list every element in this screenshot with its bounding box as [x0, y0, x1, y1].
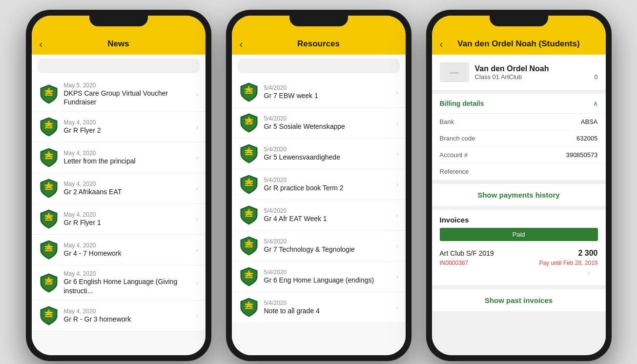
billing-account-row: Account # 390850573 — [432, 147, 606, 163]
item-date: May 4, 2020 — [64, 150, 191, 157]
chevron-right-icon: › — [396, 273, 399, 281]
item-title: Letter from the principal — [64, 157, 191, 165]
page-title: News — [107, 39, 129, 49]
list-item[interactable]: May 4, 2020Gr R Flyer 1› — [32, 204, 205, 235]
item-text: 5/4/2020Gr R practice book Term 2 — [264, 177, 391, 192]
item-text: May 4, 2020Gr 6 English Home Language (G… — [64, 270, 191, 295]
school-shield-icon — [239, 266, 259, 287]
item-date: May 4, 2020 — [64, 119, 191, 126]
svg-text:school: school — [450, 71, 458, 74]
profile-header: ‹ Van den Ordel Noah (Students) — [432, 35, 606, 55]
reference-label: Reference — [440, 168, 469, 175]
search-input[interactable] — [238, 59, 400, 73]
school-shield-icon — [239, 113, 259, 133]
item-title: Gr R - Gr 3 homework — [64, 315, 191, 324]
list-item[interactable]: May 5, 2020DKPS Care Group Virtual Vouch… — [32, 77, 205, 112]
chevron-right-icon: › — [396, 211, 399, 219]
notch — [89, 16, 148, 26]
item-date: May 4, 2020 — [64, 181, 191, 187]
list-item[interactable]: May 4, 2020Gr R Flyer 2› — [32, 112, 205, 142]
item-text: 5/4/2020Gr 7 Technology & Tegnologie — [264, 238, 391, 254]
chevron-right-icon: › — [396, 181, 399, 188]
back-button[interactable]: ‹ — [240, 39, 243, 50]
list-item[interactable]: May 4, 2020Gr R - Gr 3 homework› — [32, 301, 205, 331]
school-shield-icon — [239, 174, 259, 195]
item-text: May 4, 2020Gr R Flyer 2 — [64, 119, 191, 135]
chevron-right-icon: › — [196, 154, 199, 162]
search-input[interactable] — [38, 59, 200, 73]
show-payments-button[interactable]: Show payments history — [432, 184, 606, 206]
school-shield-icon — [39, 305, 59, 326]
list-item[interactable]: May 4, 2020Gr 4 - 7 Homework› — [32, 235, 205, 265]
item-text: 5/4/2020Note to all grade 4 — [264, 300, 391, 315]
school-shield-icon — [39, 209, 59, 229]
school-shield-icon — [39, 117, 59, 137]
item-title: Gr 4 Afr EAT Week 1 — [264, 214, 391, 223]
item-title: Gr R practice book Term 2 — [264, 183, 391, 192]
item-text: 5/4/2020Gr 5 Lewensvaardighede — [264, 146, 391, 162]
back-button[interactable]: ‹ — [440, 39, 443, 50]
invoice-amount: 2 300 — [578, 249, 597, 258]
school-shield-icon — [239, 297, 259, 318]
item-date: May 4, 2020 — [64, 270, 191, 277]
invoice-due: Pay until Feb 28, 2019 — [539, 260, 597, 266]
billing-bank-row: Bank ABSA — [432, 114, 606, 130]
list-item[interactable]: 5/4/2020Gr 5 Sosiale Wetenskappe› — [232, 108, 406, 139]
bank-value: ABSA — [581, 118, 598, 125]
page-title: Resources — [297, 39, 340, 49]
list-item[interactable]: 5/4/2020Gr 5 Lewensvaardighede› — [232, 139, 406, 169]
item-date: May 4, 2020 — [64, 211, 191, 218]
item-title: Gr 7 Technology & Tegnologie — [264, 245, 391, 254]
list-item[interactable]: 5/4/2020Gr 6 Eng Home Language (endings)… — [232, 262, 406, 292]
search-bar: 🔍 — [32, 55, 205, 77]
billing-title: Billing details — [440, 100, 484, 107]
paid-badge: Paid — [440, 228, 598, 241]
list-item[interactable]: 5/4/2020Gr 7 Technology & Tegnologie› — [232, 231, 406, 262]
school-shield-icon — [39, 147, 59, 168]
list-item[interactable]: May 4, 2020Letter from the principal› — [32, 142, 205, 173]
list-item[interactable]: 5/4/2020Note to all grade 4› — [232, 292, 406, 323]
phone-resources: ‹ Resources 🔍 5/4/2020Gr 7 EBW week 1› 5… — [226, 10, 411, 361]
page-title: Van den Ordel Noah (Students) — [457, 39, 579, 49]
show-past-invoices-button[interactable]: Show past invoices — [432, 289, 606, 311]
list-item[interactable]: May 4, 2020Gr 6 English Home Language (G… — [32, 265, 205, 300]
invoice-row[interactable]: Art Club S/F 2019 2 300 IN0000387 Pay un… — [432, 245, 606, 285]
item-text: May 4, 2020Letter from the principal — [64, 150, 191, 165]
back-button[interactable]: ‹ — [40, 39, 43, 50]
chevron-right-icon: › — [196, 215, 199, 223]
item-text: 5/4/2020Gr 6 Eng Home Language (endings) — [264, 269, 391, 284]
item-date: 5/4/2020 — [264, 207, 391, 214]
billing-chevron-icon: ∧ — [593, 100, 598, 107]
student-class: Class 01 ArtClub — [475, 73, 522, 81]
item-text: May 4, 2020Gr 4 - 7 Homework — [64, 242, 191, 258]
item-text: 5/4/2020Gr 5 Sosiale Wetenskappe — [264, 115, 391, 131]
billing-header[interactable]: Billing details ∧ — [432, 94, 606, 114]
list-item[interactable]: 5/4/2020Gr 4 Afr EAT Week 1› — [232, 200, 406, 231]
news-list: May 5, 2020DKPS Care Group Virtual Vouch… — [32, 77, 205, 355]
item-title: Gr R Flyer 2 — [64, 126, 191, 135]
list-item[interactable]: 5/4/2020Gr R practice book Term 2› — [232, 169, 406, 200]
item-title: Gr 6 English Home Language (Giving instr… — [64, 277, 191, 295]
chevron-right-icon: › — [196, 123, 199, 131]
item-date: 5/4/2020 — [264, 115, 391, 122]
student-name: Van den Ordel Noah — [475, 64, 598, 73]
item-date: 5/4/2020 — [264, 146, 391, 153]
item-title: DKPS Care Group Virtual Voucher Fundrais… — [64, 89, 191, 106]
item-date: May 5, 2020 — [64, 82, 191, 89]
invoices-title: Invoices — [432, 210, 606, 228]
list-item[interactable]: May 4, 2020Gr 2 Afrikaans EAT› — [32, 173, 205, 204]
item-title: Note to all grade 4 — [264, 306, 391, 315]
item-date: 5/4/2020 — [264, 300, 391, 306]
school-shield-icon — [239, 143, 259, 164]
phone-news: ‹ News 🔍 May 5, 2020DKPS Care Group Virt… — [26, 10, 211, 361]
list-item[interactable]: 5/4/2020Gr 7 EBW week 1› — [232, 77, 406, 108]
notch — [289, 16, 348, 26]
profile-card: school Van den Ordel Noah Class 01 ArtCl… — [432, 55, 606, 90]
bank-label: Bank — [440, 118, 454, 125]
item-date: 5/4/2020 — [264, 238, 391, 245]
school-shield-icon — [39, 178, 59, 199]
chevron-right-icon: › — [396, 88, 399, 96]
account-value: 390850573 — [566, 151, 597, 159]
item-text: 5/4/2020Gr 7 EBW week 1 — [264, 84, 391, 100]
school-shield-icon — [39, 273, 59, 293]
